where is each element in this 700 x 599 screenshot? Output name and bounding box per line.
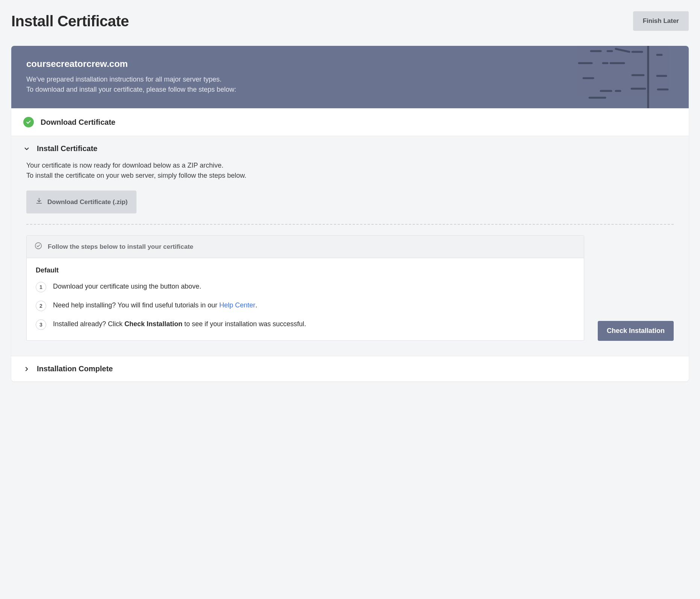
step-number: 1: [36, 282, 46, 292]
instruction-panel: Follow the steps below to install your c…: [26, 235, 584, 341]
instruction-subtitle: Default: [36, 266, 575, 274]
banner: coursecreatorcrew.com We've prepared ins…: [11, 46, 689, 108]
section-download-header[interactable]: Download Certificate: [11, 109, 689, 136]
section-install-header[interactable]: Install Certificate: [11, 136, 689, 158]
install-lead-line1: Your certificate is now ready for downlo…: [26, 162, 223, 169]
chevron-right-icon: [23, 366, 30, 372]
banner-text-line1: We've prepared installation instructions…: [26, 76, 221, 83]
help-center-link[interactable]: Help Center: [219, 301, 255, 309]
download-icon: [35, 197, 43, 207]
step-3-suffix: to see if your installation was successf…: [182, 320, 306, 328]
step-row: 1 Download your certificate using the bu…: [36, 282, 575, 292]
install-lead-line2: To install the certificate on your web s…: [26, 172, 246, 179]
download-certificate-button[interactable]: Download Certificate (.zip): [26, 191, 136, 213]
svg-point-17: [35, 243, 42, 249]
banner-text-line2: To download and install your certificate…: [26, 86, 236, 93]
section-download: Download Certificate: [11, 108, 689, 136]
install-card: coursecreatorcrew.com We've prepared ins…: [11, 46, 689, 381]
step-row: 3 Installed already? Click Check Install…: [36, 319, 575, 330]
info-check-icon: [34, 242, 42, 252]
dashed-divider: [26, 224, 674, 225]
section-install-body: Your certificate is now ready for downlo…: [11, 158, 689, 356]
instruction-header: Follow the steps below to install your c…: [27, 236, 584, 258]
section-install: Install Certificate Your certificate is …: [11, 136, 689, 356]
step-3-bold: Check Installation: [124, 320, 182, 328]
section-complete-title: Installation Complete: [37, 365, 113, 373]
svg-line-2: [616, 49, 629, 52]
step-2-suffix: .: [255, 301, 257, 309]
page-title: Install Certificate: [11, 13, 129, 30]
section-complete: Installation Complete: [11, 356, 689, 381]
step-3-prefix: Installed already? Click: [53, 320, 124, 328]
section-complete-header[interactable]: Installation Complete: [11, 356, 689, 381]
install-lead-text: Your certificate is now ready for downlo…: [26, 160, 674, 181]
banner-decoration: [576, 46, 689, 108]
section-install-title: Install Certificate: [37, 144, 97, 153]
step-2-text: Need help installing? You will find usef…: [53, 301, 257, 310]
step-number: 2: [36, 301, 46, 311]
step-2-prefix: Need help installing? You will find usef…: [53, 301, 219, 309]
check-circle-icon: [23, 117, 34, 127]
section-download-title: Download Certificate: [41, 118, 115, 127]
step-3-text: Installed already? Click Check Installat…: [53, 319, 306, 329]
instruction-header-text: Follow the steps below to install your c…: [48, 243, 193, 251]
download-certificate-label: Download Certificate (.zip): [47, 198, 127, 206]
step-1-text: Download your certificate using the butt…: [53, 282, 201, 291]
step-row: 2 Need help installing? You will find us…: [36, 301, 575, 311]
check-installation-button[interactable]: Check Installation: [598, 321, 674, 341]
step-number: 3: [36, 319, 46, 330]
finish-later-button[interactable]: Finish Later: [633, 11, 689, 31]
chevron-down-icon: [23, 145, 30, 152]
